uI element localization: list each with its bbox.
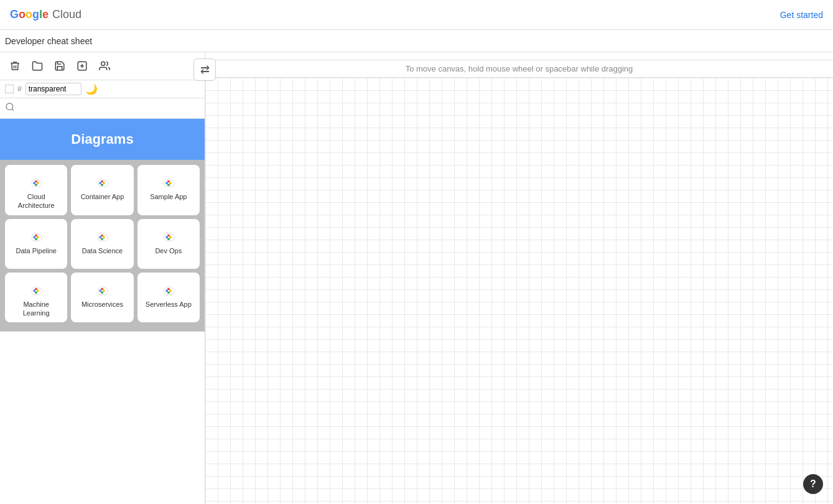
help-button[interactable]: ?	[803, 474, 823, 494]
svg-point-30	[101, 236, 103, 238]
diagram-card-dev-ops[interactable]: Dev Ops	[137, 219, 200, 269]
search-icon	[5, 102, 15, 114]
color-row: # 🌙	[0, 80, 205, 98]
color-hash: #	[17, 85, 22, 93]
google-cloud-logo: Google Cloud	[10, 8, 81, 21]
diagrams-header: Diagrams	[0, 119, 205, 160]
delete-button[interactable]	[5, 56, 25, 76]
diagram-card-label: Cloud Architecture	[10, 192, 62, 210]
diagram-card-label: Data Pipeline	[16, 246, 56, 255]
diagram-card-microservices[interactable]: Microservices	[71, 273, 133, 323]
diagram-card-label: Microservices	[81, 300, 123, 309]
svg-point-45	[101, 290, 103, 292]
search-row	[0, 98, 205, 119]
diagram-card-serverless-app[interactable]: Serverless App	[137, 273, 200, 323]
diagrams-panel: Diagrams Cloud Architecture Container Ap…	[0, 119, 205, 504]
logo-cloud-text: Cloud	[52, 8, 81, 21]
color-input[interactable]	[26, 83, 81, 95]
diagram-card-label: Container App	[81, 192, 124, 201]
logo-e: e	[42, 8, 49, 21]
save-button[interactable]	[50, 56, 70, 76]
add-page-button[interactable]	[72, 56, 92, 76]
diagram-card-label: Data Science	[82, 246, 123, 255]
canvas-toolbar	[205, 52, 833, 60]
color-swatch[interactable]	[5, 85, 14, 93]
diagram-card-label: Sample App	[150, 192, 187, 201]
logo-o2: o	[26, 8, 32, 21]
get-started-link[interactable]: Get started	[780, 10, 823, 20]
diagram-card-label: Serverless App	[146, 300, 192, 309]
diagram-card-cloud-architecture[interactable]: Cloud Architecture	[5, 165, 67, 215]
logo-g: G	[10, 8, 19, 21]
svg-point-40	[35, 290, 37, 292]
diagram-card-label: Dev Ops	[155, 246, 182, 255]
logo-g2: g	[32, 8, 39, 21]
canvas-hint: To move canvas, hold mouse wheel or spac…	[205, 60, 833, 78]
diagram-grid: Cloud Architecture Container App Sample …	[5, 165, 200, 322]
dark-mode-toggle[interactable]: 🌙	[85, 83, 98, 95]
diagram-card-machine-learning[interactable]: Machine Learning	[5, 273, 67, 323]
left-panel: # 🌙 Diagrams Cloud Architecture	[0, 52, 205, 504]
diagram-card-label: Machine Learning	[10, 300, 62, 318]
svg-point-3	[101, 62, 105, 65]
svg-line-5	[12, 109, 14, 111]
diagram-card-container-app[interactable]: Container App	[71, 165, 133, 215]
page-title: Developer cheat sheet	[5, 36, 92, 46]
canvas-area: To move canvas, hold mouse wheel or spac…	[205, 52, 833, 504]
bottom-list	[0, 331, 205, 332]
open-folder-button[interactable]	[27, 56, 47, 76]
svg-point-50	[167, 290, 169, 292]
diagram-card-data-pipeline[interactable]: Data Pipeline	[5, 219, 67, 269]
swap-panel-button[interactable]: ⇄	[193, 58, 216, 81]
search-input[interactable]	[17, 103, 200, 113]
panel-toolbar	[0, 52, 205, 80]
svg-point-4	[6, 103, 13, 110]
subtitle-bar: Developer cheat sheet	[0, 30, 833, 52]
main-layout: # 🌙 Diagrams Cloud Architecture	[0, 52, 833, 504]
logo-o1: o	[19, 8, 26, 21]
diagrams-scroll-area: Cloud Architecture Container App Sample …	[0, 160, 205, 331]
topbar: Google Cloud Get started	[0, 0, 833, 30]
svg-point-35	[167, 236, 169, 238]
diagram-card-sample-app[interactable]: Sample App	[137, 165, 200, 215]
svg-point-15	[101, 182, 103, 184]
svg-point-25	[35, 236, 37, 238]
diagram-card-data-science[interactable]: Data Science	[71, 219, 133, 269]
svg-point-20	[167, 182, 169, 184]
people-button[interactable]	[95, 56, 114, 76]
canvas-grid[interactable]	[205, 78, 833, 504]
svg-point-10	[35, 182, 37, 184]
